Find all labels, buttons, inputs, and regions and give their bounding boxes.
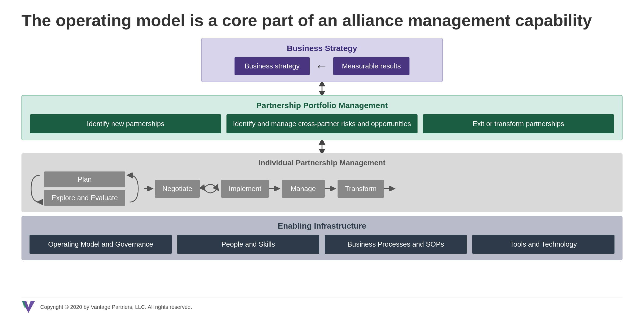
partnership-portfolio-inner: Identify new partnerships Identify and m… — [30, 114, 614, 133]
enabling-inner: Operating Model and Governance People an… — [30, 235, 614, 254]
arrow-2-icon — [325, 186, 338, 191]
business-strategy-section: Business Strategy Business strategy ← Me… — [201, 38, 443, 82]
enabling-box-0: Operating Model and Governance — [30, 235, 172, 254]
individual-inner: Plan Explore and Evaluate — [30, 171, 614, 206]
negotiate-connector — [144, 186, 155, 191]
partnership-portfolio-title: Partnership Portfolio Management — [30, 101, 614, 110]
explore-box: Explore and Evaluate — [44, 190, 125, 206]
enabling-title: Enabling Infrastructure — [30, 221, 614, 230]
flow-steps: Negotiate — [144, 178, 614, 199]
plan-cycle-container: Plan Explore and Evaluate — [30, 171, 140, 206]
arrow-1-icon — [269, 186, 282, 191]
enabling-section: Enabling Infrastructure Operating Model … — [21, 216, 623, 260]
negotiate-box: Negotiate — [155, 180, 200, 198]
connector-1 — [21, 82, 623, 95]
cycle-right-arrow-icon — [126, 173, 140, 205]
manage-box: Manage — [282, 180, 325, 198]
individual-title: Individual Partnership Management — [30, 159, 614, 167]
business-strategy-inner: Business strategy ← Measurable results — [210, 57, 434, 75]
implement-box: Implement — [221, 180, 269, 198]
double-arrow-icon-2 — [317, 140, 327, 153]
vantage-logo-icon — [21, 300, 35, 314]
copyright-text: Copyright © 2020 by Vantage Partners, LL… — [40, 304, 192, 310]
neg-impl-cycle-icon — [200, 178, 221, 199]
flow-arrow-1 — [269, 186, 282, 191]
plan-explore-boxes: Plan Explore and Evaluate — [44, 171, 125, 206]
connector-2 — [21, 140, 623, 153]
neg-impl-cycle — [200, 178, 221, 199]
main-title: The operating model is a core part of an… — [21, 11, 623, 30]
transform-box: Transform — [338, 180, 384, 198]
enabling-box-3: Tools and Technology — [472, 235, 614, 254]
diagram: Business Strategy Business strategy ← Me… — [21, 38, 623, 294]
cycle-left-arrow-icon — [30, 173, 43, 205]
partnership-portfolio-section: Partnership Portfolio Management Identif… — [21, 95, 623, 140]
partnership-box-0: Identify new partnerships — [30, 114, 221, 133]
page: The operating model is a core part of an… — [0, 0, 644, 322]
partnership-box-1: Identify and manage cross-partner risks … — [226, 114, 418, 133]
partnership-box-2: Exit or transform partnerships — [423, 114, 614, 133]
enabling-box-1: People and Skills — [177, 235, 319, 254]
left-arrow-icon: ← — [315, 60, 328, 73]
double-arrow-icon-1 — [317, 82, 327, 95]
enabling-box-2: Business Processes and SOPs — [325, 235, 467, 254]
business-strategy-right-box: Measurable results — [333, 57, 409, 75]
business-strategy-left-box: Business strategy — [235, 57, 310, 75]
individual-section: Individual Partnership Management — [21, 153, 623, 212]
arrow-3-icon — [384, 186, 397, 191]
flow-arrow-2 — [325, 186, 338, 191]
footer: Copyright © 2020 by Vantage Partners, LL… — [21, 298, 623, 314]
flow-arrow-3 — [384, 186, 397, 191]
plan-box: Plan — [44, 171, 125, 187]
arrow-to-negotiate-icon — [144, 186, 155, 191]
business-strategy-title: Business Strategy — [210, 44, 434, 53]
